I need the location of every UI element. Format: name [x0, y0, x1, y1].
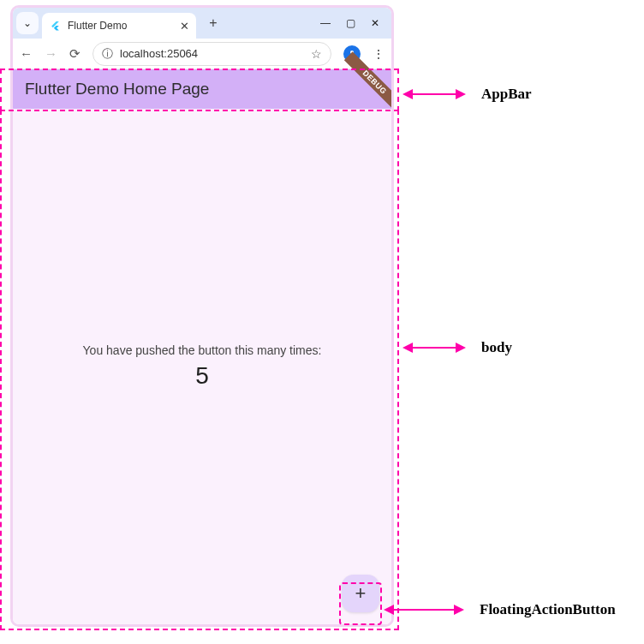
counter-value: 5 [195, 362, 209, 390]
arrow-head-icon [456, 89, 466, 99]
address-bar[interactable]: ⓘ localhost:25064 ☆ [92, 42, 331, 66]
arrow-head-icon [402, 343, 413, 353]
browser-window: ⌄ Flutter Demo ✕ + — ▢ ✕ ← → ⟳ ⓘ localho… [10, 5, 394, 627]
bookmark-star-icon[interactable]: ☆ [311, 47, 322, 61]
plus-icon: + [355, 582, 367, 605]
arrow-line [413, 347, 456, 349]
close-window-icon[interactable]: ✕ [371, 17, 379, 29]
maximize-icon[interactable]: ▢ [346, 17, 355, 29]
arrow-line [394, 609, 454, 611]
annotation-label-appbar: AppBar [481, 86, 532, 103]
back-button[interactable]: ← [20, 46, 33, 61]
floating-action-button[interactable]: + [342, 575, 379, 612]
site-info-icon[interactable]: ⓘ [102, 46, 113, 62]
app-bar: Flutter Demo Home Page [13, 69, 391, 109]
tab-search-dropdown[interactable]: ⌄ [16, 12, 39, 34]
window-controls: — ▢ ✕ [320, 17, 388, 29]
reload-button[interactable]: ⟳ [69, 46, 80, 62]
url-text: localhost:25064 [120, 47, 304, 60]
arrow-line [413, 93, 456, 95]
annotation-arrow-appbar: AppBar [402, 86, 532, 103]
annotation-label-fab: FloatingActionButton [480, 601, 616, 618]
appbar-title: Flutter Demo Home Page [25, 80, 209, 98]
flutter-app: Flutter Demo Home Page DEBUG You have pu… [13, 69, 391, 624]
arrow-head-icon [454, 605, 464, 615]
push-count-label: You have pushed the button this many tim… [83, 343, 322, 357]
arrow-head-icon [456, 343, 466, 353]
browser-tab[interactable]: Flutter Demo ✕ [42, 13, 196, 39]
close-icon[interactable]: ✕ [180, 20, 189, 33]
annotation-arrow-body: body [402, 339, 512, 356]
arrow-head-icon [402, 89, 413, 99]
flutter-icon [49, 20, 61, 32]
browser-tabbar: ⌄ Flutter Demo ✕ + — ▢ ✕ [13, 8, 391, 39]
arrow-head-icon [384, 605, 394, 615]
new-tab-button[interactable]: + [203, 13, 224, 33]
kebab-menu-icon[interactable]: ⋮ [373, 47, 385, 61]
chevron-down-icon: ⌄ [23, 17, 32, 29]
tab-title: Flutter Demo [68, 20, 127, 32]
forward-button[interactable]: → [45, 46, 57, 61]
minimize-icon[interactable]: — [320, 17, 331, 29]
browser-toolbar: ← → ⟳ ⓘ localhost:25064 ☆ ⋮ [13, 39, 391, 69]
annotation-arrow-fab: FloatingActionButton [384, 601, 616, 618]
annotation-label-body: body [481, 339, 512, 356]
app-body: You have pushed the button this many tim… [13, 109, 391, 624]
